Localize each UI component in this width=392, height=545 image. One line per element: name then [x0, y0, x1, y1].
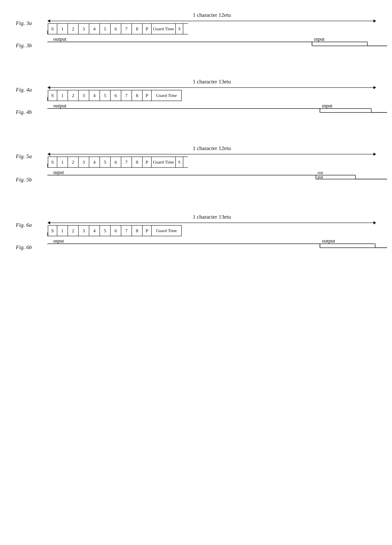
- fig-4b-label: Fig. 4b: [16, 109, 47, 115]
- fig-6a-frame-wrapper: S 1 2 3 4 5 6 7 8 P Guard Time: [47, 225, 376, 236]
- figure-3-group: Fig. 3a 1 character 12etu S 1 2 3: [16, 12, 376, 55]
- fig-3a-char-label: 1 character 12etu: [193, 12, 231, 18]
- fig-3a-row: Fig. 3a 1 character 12etu S 1 2 3: [16, 12, 376, 34]
- fig-3a-arrow-container: 1 character 12etu: [47, 12, 376, 23]
- fig-4a-cell-4: 4: [89, 90, 100, 101]
- fig-5a-cell-s: S: [48, 157, 57, 167]
- fig-6a-frame: S 1 2 3 4 5 6 7 8 P Guard Time: [48, 225, 182, 236]
- fig-3a-frame: S 1 2 3 4 5 6 7 8 P Guard Time: [48, 23, 176, 34]
- fig-5b-timing-svg: input out put: [47, 171, 387, 188]
- fig-6b-diagram: input output: [47, 240, 387, 255]
- fig-3a-arrow-line: [47, 19, 376, 23]
- fig-6a-diagram: 1 character 13etu S 1 2 3 4 5 6 7: [47, 214, 376, 236]
- fig-3a-arrow-right: [374, 19, 376, 23]
- fig-5a-trailing-s-box: S: [176, 157, 183, 168]
- fig-4a-cell-p: P: [143, 90, 152, 101]
- fig-6a-row: Fig. 6a 1 character 13etu S 1 2 3 4 5: [16, 214, 376, 236]
- fig-3a-cell-7: 7: [121, 24, 132, 34]
- figure-4-group: Fig. 4a 1 character 13etu S 1 2 3 4 5: [16, 79, 376, 121]
- svg-text:output: output: [53, 38, 66, 42]
- fig-5a-frame: S 1 2 3 4 5 6 7 8 P Guard Time: [48, 157, 176, 168]
- fig-5a-arrow-right: [374, 153, 376, 156]
- fig-3b-label: Fig. 3b: [16, 42, 47, 49]
- svg-text:put: put: [318, 174, 323, 179]
- fig-6a-cell-6: 6: [111, 226, 121, 236]
- fig-5a-trailing-open: [183, 157, 188, 168]
- fig-5b-label: Fig. 5b: [16, 177, 47, 183]
- fig-3a-cell-guard: Guard Time: [152, 24, 175, 34]
- fig-6a-cell-1: 1: [57, 226, 68, 236]
- fig-3a-trailing-open: [183, 23, 188, 34]
- fig-5a-row: Fig. 5a 1 character 12etu S 1 2 3 4 5: [16, 145, 376, 168]
- fig-3b-timing-svg: output input: [47, 38, 387, 53]
- svg-text:input: input: [53, 240, 64, 244]
- fig-5a-arrow-line: [47, 153, 376, 156]
- fig-6a-cell-guard: Guard Time: [152, 226, 181, 236]
- fig-6a-cell-7: 7: [121, 226, 132, 236]
- fig-5a-cell-4: 4: [89, 157, 100, 167]
- fig-4a-arrow-line: [47, 86, 376, 89]
- fig-5a-arrow-left: [47, 153, 50, 156]
- fig-3a-label: Fig. 3a: [16, 20, 47, 26]
- fig-4a-cell-1: 1: [57, 90, 68, 101]
- fig-3b-diagram: output input: [47, 38, 387, 53]
- fig-4a-cell-5: 5: [100, 90, 111, 101]
- fig-3a-cell-8: 8: [132, 24, 143, 34]
- fig-6a-cell-2: 2: [68, 226, 78, 236]
- fig-5a-cell-5: 5: [100, 157, 111, 167]
- fig-4a-cell-guard: Guard Time: [152, 90, 181, 101]
- svg-text:input: input: [53, 171, 64, 175]
- svg-text:output: output: [53, 105, 66, 109]
- fig-6a-char-label: 1 character 13etu: [193, 214, 231, 220]
- fig-4a-cell-6: 6: [111, 90, 121, 101]
- fig-3b-row: Fig. 3b output: [16, 38, 376, 53]
- fig-4a-char-label: 1 character 13etu: [193, 79, 231, 85]
- fig-5a-diagram: 1 character 12etu S 1 2 3 4 5 6 7: [47, 145, 376, 168]
- fig-3a-cell-1: 1: [57, 24, 68, 34]
- fig-6a-cell-5: 5: [100, 226, 111, 236]
- fig-5a-frame-wrapper: S 1 2 3 4 5 6 7 8 P Guard Time S: [47, 157, 376, 168]
- fig-6b-row: Fig. 6b input output: [16, 240, 376, 255]
- fig-3a-trailing-s-box: S: [176, 23, 183, 34]
- fig-4a-arrow-container: 1 character 13etu: [47, 79, 376, 89]
- fig-5a-cell-2: 2: [68, 157, 78, 167]
- fig-6a-cell-4: 4: [89, 226, 100, 236]
- svg-text:output: output: [322, 240, 335, 244]
- fig-3a-cell-4: 4: [89, 24, 100, 34]
- fig-3a-cell-5: 5: [100, 24, 111, 34]
- fig-5a-cell-6: 6: [111, 157, 121, 167]
- fig-4a-cell-7: 7: [121, 90, 132, 101]
- fig-5a-arrow-container: 1 character 12etu: [47, 145, 376, 156]
- fig-5a-cell-guard: Guard Time: [152, 157, 175, 167]
- fig-3a-diagram: 1 character 12etu S 1 2 3 4 5 6: [47, 12, 376, 34]
- fig-5a-cell-7: 7: [121, 157, 132, 167]
- fig-5b-diagram: input out put: [47, 171, 387, 188]
- fig-4a-diagram: 1 character 13etu S 1 2 3 4 5 6 7: [47, 79, 376, 101]
- fig-3a-cell-s: S: [48, 24, 57, 34]
- fig-4a-label: Fig. 4a: [16, 87, 47, 93]
- fig-3a-cell-3: 3: [78, 24, 89, 34]
- fig-5a-cell-3: 3: [78, 157, 89, 167]
- fig-4b-row: Fig. 4b output input: [16, 105, 376, 119]
- fig-5a-cell-p: P: [143, 157, 152, 167]
- svg-text:input: input: [314, 38, 325, 42]
- fig-6a-cell-3: 3: [78, 226, 89, 236]
- fig-5a-cell-8: 8: [132, 157, 143, 167]
- fig-4a-cell-3: 3: [78, 90, 89, 101]
- figure-5-group: Fig. 5a 1 character 12etu S 1 2 3 4 5: [16, 145, 376, 190]
- fig-3a-cell-p: P: [143, 24, 152, 34]
- fig-3a-arrow-left: [47, 19, 50, 23]
- fig-6b-timing-svg: input output: [47, 240, 387, 255]
- fig-3a-trailing-s: S: [176, 23, 188, 34]
- fig-4b-diagram: output input: [47, 105, 387, 119]
- fig-6a-arrow-line: [47, 221, 376, 224]
- fig-4a-row: Fig. 4a 1 character 13etu S 1 2 3 4 5: [16, 79, 376, 101]
- fig-5b-row: Fig. 5b input out put: [16, 171, 376, 188]
- fig-6a-arrow-left: [47, 221, 50, 224]
- fig-6a-label: Fig. 6a: [16, 222, 47, 228]
- fig-4a-frame-wrapper: S 1 2 3 4 5 6 7 8 P Guard Time: [47, 90, 376, 101]
- fig-6a-arrow-container: 1 character 13etu: [47, 214, 376, 224]
- fig-4a-arrow-right: [374, 86, 376, 89]
- fig-4a-cell-2: 2: [68, 90, 78, 101]
- fig-4a-cell-8: 8: [132, 90, 143, 101]
